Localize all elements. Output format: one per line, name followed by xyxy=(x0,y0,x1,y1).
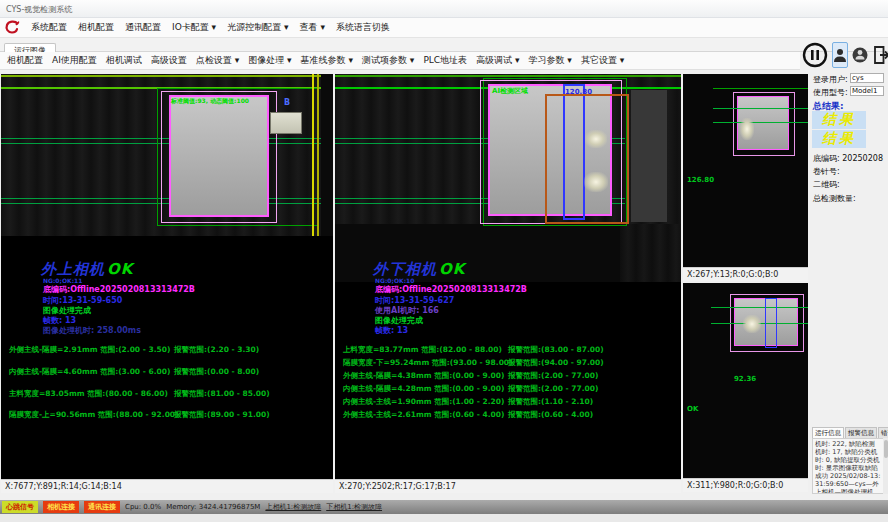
camera-name: 外上相机 xyxy=(41,260,105,278)
scrollbar-thumb[interactable] xyxy=(884,440,888,458)
tab-bar: 运行图像 xyxy=(0,38,888,52)
toolbar-item-advanced-debug[interactable]: 高级调试 ▾ xyxy=(476,54,519,67)
memory-usage-text: Memory: 3424.41796875M xyxy=(166,503,260,511)
measurement-row: 外侧主线-隔膜=2.91mm 范围:(2.00 - 3.50)报警范围:(2.2… xyxy=(9,345,331,355)
window-title: CYS-视觉检测系统 xyxy=(6,5,72,14)
frame-line: 帧数: 13 xyxy=(375,325,408,336)
camera-connection-badge: 相机连接 xyxy=(43,501,79,513)
overlay-line-vertical xyxy=(312,74,314,236)
login-user-label: 登录用户: xyxy=(813,74,848,85)
marker-label: B xyxy=(284,98,290,107)
pause-icon[interactable] xyxy=(802,42,828,68)
measurement-row: 隔膜宽度-下=95.24mm 范围:(93.00 - 98.00)报警范围:(9… xyxy=(343,358,679,368)
proc-time-line: 图像处理机时: 258.00ms xyxy=(43,325,141,336)
overlay-line xyxy=(713,88,808,89)
user-icon[interactable] xyxy=(852,46,868,64)
blue-measure-rect xyxy=(765,298,777,348)
toolbar-item-baseline-params[interactable]: 基准线参数 ▾ xyxy=(301,54,353,67)
orange-measure-rect xyxy=(545,94,629,224)
measurement-row: 上料宽度=83.77mm 范围:(82.00 - 88.00)报警范围:(83.… xyxy=(343,345,679,355)
machinery-block xyxy=(631,90,667,222)
menu-item-system-config[interactable]: 系统配置 xyxy=(31,21,67,34)
info-panel: 登录用户: cys 使用型号: Model1 总结果: 结果 结果 底编码: 2… xyxy=(810,70,888,497)
camera-panel-aux-top: 126.80 X:267;Y:13;R:0;G:0;B:0 xyxy=(683,74,808,281)
camera-name: 外下相机 xyxy=(373,260,437,278)
measurement-label: 92.36 xyxy=(734,375,756,383)
pixel-info-statusbar: X:7677;Y:891;R:14;G:14;B:14 xyxy=(1,479,333,493)
toolbar-item-ai-usage-config[interactable]: AI使用配置 xyxy=(52,54,97,67)
comm-connection-badge: 通讯连接 xyxy=(84,501,120,513)
menu-item-camera-config[interactable]: 相机配置 xyxy=(78,21,114,34)
menu-bar: 系统配置 相机配置 通讯配置 IO卡配置 ▾ 光源控制配置 ▾ 查看 ▾ 系统语… xyxy=(0,18,888,38)
overlay-line xyxy=(1,75,333,77)
measurement-row: 内侧主线-隔膜=4.60mm 范围:(3.00 - 6.00)报警范围:(0.0… xyxy=(9,367,331,377)
toolbar-item-learning-params[interactable]: 学习参数 ▾ xyxy=(529,54,572,67)
heartbeat-status-badge: 心跳信号 xyxy=(2,501,38,513)
measurement-label: 126.80 xyxy=(687,176,714,184)
toolbar-item-spot-check-settings[interactable]: 点检设置 ▾ xyxy=(196,54,239,67)
camera-image-aux-top[interactable]: 126.80 xyxy=(683,74,808,267)
toolbar-item-camera-config[interactable]: 相机配置 xyxy=(7,54,43,67)
camera-image-lower[interactable]: AI检测区域 120.80 xyxy=(335,74,681,282)
bottom-code-label: 底编码: 20250208 xyxy=(813,153,883,164)
result-ok-label: OK xyxy=(107,260,133,278)
code-line: 底编码:Offline2025020813313472B xyxy=(375,284,527,295)
pixel-info-statusbar: X:311;Y:980;R:0;G:0;B:0 xyxy=(683,478,808,492)
measurement-row: 外侧主线-隔膜=4.38mm 范围:(0.00 - 9.00)报警范围:(2.0… xyxy=(343,371,679,381)
log-text-area[interactable]: 机时: 222, 缺陷检测机时: 17, 缺陷分类机时: 0, 缺陷提取分类机时… xyxy=(812,438,888,494)
image-dark-strip xyxy=(321,74,333,236)
overlay-line xyxy=(711,307,808,308)
result-block-upper: 结果 xyxy=(812,111,866,129)
camera-panel-aux-bottom: 92.36 OK X:311;Y:980;R:0;G:0;B:0 xyxy=(683,283,808,492)
overlay-line xyxy=(713,108,808,109)
toolbar-item-camera-debug[interactable]: 相机调试 xyxy=(106,54,142,67)
measurement-row: 内侧主线-隔膜=4.28mm 范围:(0.00 - 9.00)报警范围:(2.0… xyxy=(343,384,679,394)
camera-image-aux-bottom[interactable]: 92.36 OK xyxy=(683,283,808,478)
measurement-row: 外侧主线-主线=2.61mm 范围:(0.60 - 4.00)报警范围:(0.6… xyxy=(343,410,679,420)
overlay-line xyxy=(713,122,808,123)
toolbar-item-test-item-params[interactable]: 测试项参数 ▾ xyxy=(362,54,414,67)
app-logo-icon xyxy=(4,20,20,35)
model-label: 使用型号: xyxy=(813,87,848,98)
overlay-line-vertical xyxy=(317,74,319,236)
measurement-row: 隔膜宽度-上=90.56mm 范围:(88.00 - 92.00)报警范围:(8… xyxy=(9,410,331,420)
upper-camera-alert: 上相机1:检测故障 xyxy=(265,502,321,512)
menu-item-comm-config[interactable]: 通讯配置 xyxy=(125,21,161,34)
result-block-lower: 结果 xyxy=(812,130,866,148)
menu-item-view[interactable]: 查看 ▾ xyxy=(300,21,325,34)
user-active-icon[interactable] xyxy=(832,42,848,68)
toolbar-item-plc-address-table[interactable]: PLC地址表 xyxy=(423,54,467,67)
needle-number-label: 卷针号: xyxy=(813,166,840,177)
toolbar: 相机配置 AI使用配置 相机调试 高级设置 点检设置 ▾ 图像处理 ▾ 基准线参… xyxy=(0,52,800,70)
login-user-value: cys xyxy=(850,73,884,83)
menu-item-language-switch[interactable]: 系统语言切换 xyxy=(336,21,390,34)
reflection-blob xyxy=(740,118,754,140)
exit-icon[interactable] xyxy=(872,45,888,65)
header-buttons xyxy=(802,40,888,70)
toolbar-item-image-processing[interactable]: 图像处理 ▾ xyxy=(248,54,291,67)
model-value: Model1 xyxy=(850,86,884,96)
toolbar-item-advanced-settings[interactable]: 高级设置 xyxy=(151,54,187,67)
overlay-line xyxy=(335,75,681,77)
camera-counter: NG:0;OK:11 xyxy=(43,277,82,284)
lower-camera-alert: 下相机1:检测故障 xyxy=(326,502,382,512)
measurement-row: 内侧主线-主线=1.90mm 范围:(1.00 - 2.20)报警范围:(1.1… xyxy=(343,397,679,407)
qr-code-label: 二维码: xyxy=(813,179,840,190)
pixel-info-statusbar: X:267;Y:13;R:0;G:0;B:0 xyxy=(683,267,808,281)
menu-item-io-config[interactable]: IO卡配置 ▾ xyxy=(172,21,216,34)
camera-panel-lower: AI检测区域 120.80 外下相机OK NG:0;OK:10 底编码:Offl… xyxy=(335,74,681,493)
log-scrollbar[interactable] xyxy=(883,438,888,494)
cpu-usage-text: Cpu: 0.0% xyxy=(125,503,161,511)
reflection-blob xyxy=(584,172,608,192)
result-ok-label: OK xyxy=(439,260,465,278)
camera-panel-upper: 标准阈值:93, 动态阈值:100 B 外上相机OK NG:0;OK:11 底编… xyxy=(1,74,333,493)
menu-item-light-control-config[interactable]: 光源控制配置 ▾ xyxy=(227,21,288,34)
image-texture xyxy=(620,224,681,282)
app-status-bar: 心跳信号 相机连接 通讯连接 Cpu: 0.0% Memory: 3424.41… xyxy=(0,500,888,514)
reflection-blob xyxy=(585,130,607,148)
measurement-row: 主料宽度=83.05mm 范围:(80.00 - 86.00)报警范围:(81.… xyxy=(9,389,331,399)
camera-counter: NG:0;OK:10 xyxy=(375,277,414,284)
toolbar-item-other-settings[interactable]: 其它设置 ▾ xyxy=(581,54,624,67)
camera-image-upper[interactable]: 标准阈值:93, 动态阈值:100 B xyxy=(1,74,333,236)
total-count-label: 总检测数量: xyxy=(813,193,856,204)
